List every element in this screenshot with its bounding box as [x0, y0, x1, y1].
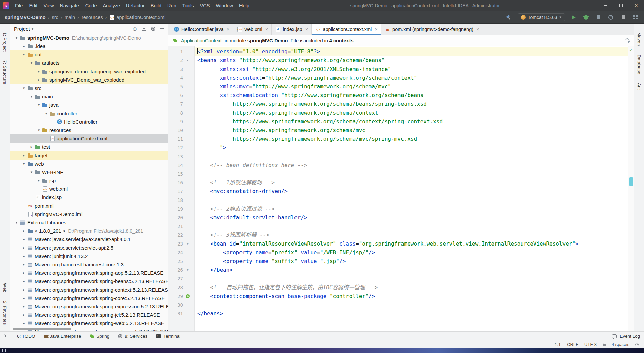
tree-collapsed-arrow-icon[interactable]: ▸ [21, 279, 27, 283]
tree-expanded-arrow-icon[interactable]: ▾ [13, 36, 20, 40]
code-line-23[interactable]: 23▾ <bean id="internalResourceViewResolv… [168, 239, 634, 248]
tree-item-maven-org-springframework-spring-web-5-2-13-release[interactable]: ▸Maven: org.springframework:spring-web:5… [10, 319, 168, 327]
horizontal-scrollbar[interactable] [13, 328, 71, 330]
menu-analyze[interactable]: Analyze [100, 0, 123, 11]
tree-item-maven-javax-servlet-servlet-api-2-5[interactable]: ▸Maven: javax.servlet:servlet-api:2.5 [10, 244, 168, 252]
locate-file-button[interactable]: ⊕ [132, 26, 137, 31]
tab-close-icon[interactable]: × [227, 26, 230, 32]
menu-edit[interactable]: Edit [26, 0, 40, 11]
code-line-26[interactable]: 26▾ </bean> [168, 266, 634, 274]
tree-item-web[interactable]: ▾web [10, 160, 168, 168]
menu-build[interactable]: Build [148, 0, 164, 11]
code-line-27[interactable]: 27 [168, 274, 634, 283]
tree-item-springmvc-demo[interactable]: ▾springMVC-DemoE:\zhuhaipeng\springMVC-D… [10, 34, 168, 42]
code-line-10[interactable]: 10 http://www.springframework.org/schema… [168, 126, 634, 135]
editor-scrollbar-stripe[interactable]: ✓ [628, 46, 634, 331]
menu-window[interactable]: Window [213, 0, 236, 11]
toolwindow-button-7-structure[interactable]: 7: Structure [2, 60, 7, 84]
tab-close-icon[interactable]: × [476, 26, 479, 32]
menu-view[interactable]: View [40, 0, 57, 11]
code-line-14[interactable]: 14 <!-- bean definitions here --> [168, 161, 634, 170]
breadcrumb-src[interactable]: src [52, 15, 58, 20]
code-line-12[interactable]: 12 "> [168, 143, 634, 152]
tree-item-web-inf[interactable]: ▾WEB-INF [10, 168, 168, 176]
menu-vcs[interactable]: VCS [197, 0, 213, 11]
toolwindow-button-maven[interactable]: Maven [637, 32, 642, 46]
code-line-25[interactable]: 25 <property name="suffix" value=".jsp"/… [168, 257, 634, 266]
tree-item-jsp[interactable]: ▸jsp [10, 176, 168, 185]
toolwindow-spring[interactable]: Spring [90, 334, 109, 339]
tree-collapsed-arrow-icon[interactable]: ▸ [21, 262, 27, 267]
collapse-all-button[interactable] [142, 27, 146, 31]
panel-settings-button[interactable] [151, 27, 155, 31]
code-line-31[interactable]: 31</beans> [168, 309, 634, 318]
tree-expanded-arrow-icon[interactable]: ▾ [43, 111, 49, 116]
scrollbar-marker[interactable] [629, 177, 633, 186]
build-button[interactable] [505, 14, 513, 21]
tree-item-1-8-0-201[interactable]: ▸< 1.8.0_201 >D:\Program Files\Java\jdk1… [10, 227, 168, 235]
menu-navigate[interactable]: Navigate [57, 0, 82, 11]
tree-expanded-arrow-icon[interactable]: ▾ [28, 94, 35, 99]
status-caret-position[interactable]: 1:1 [555, 342, 561, 347]
tab-applicationcontext-xml[interactable]: applicationContext.xml× [312, 24, 381, 35]
toolwindow-button-web[interactable]: Web [2, 283, 7, 292]
tree-item-external-libraries[interactable]: ▾External Libraries [10, 218, 168, 227]
tab-hellocontroller-java[interactable]: HelloController.java× [170, 24, 233, 35]
code-line-9[interactable]: 9 https://www.springframework.org/schema… [168, 117, 634, 126]
code-line-11[interactable]: 11 https://www.springframework.org/schem… [168, 135, 634, 143]
tree-collapsed-arrow-icon[interactable]: ▸ [36, 69, 42, 74]
tree-item-maven-junit-junit-4-13-2[interactable]: ▸Maven: junit:junit:4.13.2 [10, 252, 168, 260]
tree-expanded-arrow-icon[interactable]: ▾ [21, 86, 27, 90]
code-line-7[interactable]: 7 http://www.springframework.org/schema/… [168, 100, 634, 108]
tree-item-test[interactable]: ▸test [10, 143, 168, 151]
close-button[interactable]: × [629, 0, 644, 11]
tree-collapsed-arrow-icon[interactable]: ▸ [28, 145, 35, 149]
tree-expanded-arrow-icon[interactable]: ▾ [21, 52, 27, 57]
code-line-16[interactable]: 16 <!-- 1加载注解驱动 --> [168, 178, 634, 187]
wrench-icon[interactable] [625, 38, 630, 43]
code-line-13[interactable]: 13 [168, 152, 634, 161]
tree-collapsed-arrow-icon[interactable]: ▸ [21, 304, 27, 309]
code-line-24[interactable]: 24 <property name="prefix" value="/WEB-I… [168, 248, 634, 257]
tree-collapsed-arrow-icon[interactable]: ▸ [21, 296, 27, 300]
tree-collapsed-arrow-icon[interactable]: ▸ [21, 313, 27, 317]
code-editor[interactable]: 1<?xml version="1.0" encoding="UTF-8"?>2… [168, 46, 634, 331]
minimize-button[interactable] [598, 0, 613, 11]
tree-item-pom-xml[interactable]: pom.xml [10, 202, 168, 210]
code-line-20[interactable]: 20 <mvc:default-servlet-handler/> [168, 213, 634, 222]
toolwindow-8-services[interactable]: 8: Services [118, 334, 147, 339]
tree-expanded-arrow-icon[interactable]: ▾ [21, 162, 27, 166]
code-line-8[interactable]: 8 http://www.springframework.org/schema/… [168, 108, 634, 117]
breadcrumb-main[interactable]: main [65, 15, 75, 20]
tree-item-index-jsp[interactable]: index.jsp [10, 193, 168, 202]
tree-collapsed-arrow-icon[interactable]: ▸ [21, 44, 27, 48]
stop-button[interactable] [620, 14, 627, 21]
coverage-button[interactable] [595, 14, 602, 21]
tree-item-maven-org-springframework-spring-jcl-5-2-13-release[interactable]: ▸Maven: org.springframework:spring-jcl:5… [10, 311, 168, 319]
code-line-1[interactable]: 1<?xml version="1.0" encoding="UTF-8"?> [168, 47, 634, 56]
tree-collapsed-arrow-icon[interactable]: ▸ [21, 288, 27, 292]
tree-expanded-arrow-icon[interactable]: ▾ [36, 103, 42, 107]
status-indent[interactable]: 4 spaces [612, 342, 629, 347]
status-encoding[interactable]: UTF-8 [584, 342, 597, 347]
tree-collapsed-arrow-icon[interactable]: ▸ [36, 178, 42, 183]
code-line-28[interactable]: 28 <!-- 自动扫描包，让指定包下的注解生效，由IOC容器统一管理 --> [168, 283, 634, 292]
toolwindow-6-todo[interactable]: 6: TODO [17, 334, 35, 339]
toolwindow-terminal[interactable]: Terminal [156, 334, 180, 339]
tree-item-controller[interactable]: ▾controller [10, 109, 168, 118]
menu-refactor[interactable]: Refactor [123, 0, 148, 11]
code-line-30[interactable]: 30 [168, 301, 634, 309]
tree-collapsed-arrow-icon[interactable]: ▸ [21, 271, 27, 275]
lock-icon[interactable] [603, 344, 606, 346]
services-grid-button[interactable] [632, 14, 639, 21]
tree-item-applicationcontext-xml[interactable]: applicationContext.xml [10, 134, 168, 143]
code-line-17[interactable]: 17 <mvc:annotation-driven/> [168, 187, 634, 196]
run-configuration-selector[interactable]: Tomcat 8.5.63 ▾ [518, 13, 565, 21]
tree-item-maven-org-springframework-spring-aop-5-2-13-release[interactable]: ▸Maven: org.springframework:spring-aop:5… [10, 269, 168, 277]
menu-help[interactable]: Help [236, 0, 252, 11]
tree-item-springmvc-demo-fangneng-war-exploded[interactable]: ▸springmvc_demo_fangneng_war_exploded [10, 67, 168, 76]
code-line-21[interactable]: 21 [168, 222, 634, 231]
inspections-ok-icon[interactable]: ✓ [629, 48, 632, 53]
code-line-19[interactable]: 19 <!-- 2静态资源过滤 --> [168, 205, 634, 213]
tree-item-idea[interactable]: ▸.idea [10, 42, 168, 50]
